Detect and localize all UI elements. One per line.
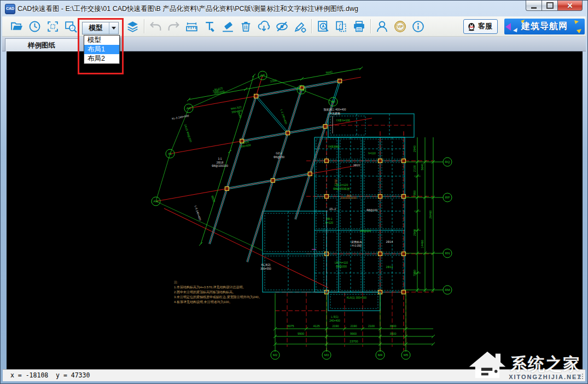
cloud-download-icon — [257, 20, 271, 33]
qq-icon — [467, 21, 476, 31]
find-text-button[interactable] — [314, 18, 332, 35]
layers-icon — [126, 20, 139, 33]
svg-text:KL-3 240×500: KL-3 240×500 — [172, 114, 189, 120]
svg-text:M2: M2 — [273, 353, 278, 357]
info-icon — [411, 20, 425, 33]
svg-text:1.本层结构标高为H+3.570,详见结构设计总说明。: 1.本层结构标高为H+3.570,详见结构设计总说明。 — [174, 285, 246, 289]
svg-text:9900: 9900 — [298, 332, 304, 335]
svg-text:VIP: VIP — [397, 25, 403, 28]
cursor-coordinates: x = -18108 y = 47330 — [10, 370, 90, 381]
fit-view-button[interactable] — [44, 18, 62, 35]
svg-text:L-9(1): L-9(1) — [331, 315, 339, 318]
user-icon — [375, 20, 389, 33]
pen-gear-icon — [293, 20, 307, 33]
svg-text:240×400: 240×400 — [329, 319, 340, 322]
zoom-box-icon — [64, 20, 78, 33]
ruler-icon — [185, 20, 199, 33]
compare-button[interactable] — [332, 18, 350, 35]
svg-text:3Φ20: 3Φ20 — [353, 164, 360, 167]
close-button[interactable]: ✕ — [557, 1, 583, 11]
vip-button[interactable]: VIP — [391, 18, 409, 35]
delete-button[interactable] — [237, 18, 255, 35]
hide-button[interactable] — [273, 18, 291, 35]
cloud-download-button[interactable] — [255, 18, 273, 35]
pages-icon — [334, 20, 348, 33]
svg-text:26460: 26460 — [429, 210, 432, 218]
svg-text:2Φ14: 2Φ14 — [386, 240, 393, 243]
svg-text:7950: 7950 — [413, 190, 416, 197]
print-button[interactable] — [350, 18, 368, 35]
layers-button[interactable] — [124, 18, 142, 35]
find-text-icon — [316, 20, 330, 33]
undo-icon — [149, 20, 162, 33]
svg-text:AQ: AQ — [299, 88, 304, 91]
svg-text:1-1: 1-1 — [218, 157, 222, 160]
watermark-subtitle: XITONGZHIJIA.NET — [509, 374, 582, 380]
drawing-canvas[interactable]: RQRPRNRM29402100795029407950564014460264… — [7, 51, 583, 371]
svg-text:注:: 注: — [174, 280, 178, 284]
svg-text:YKB3662: YKB3662 — [328, 145, 339, 148]
svg-text:详见建施: 详见建施 — [329, 112, 340, 115]
svg-text:450: 450 — [347, 194, 352, 197]
svg-text:AP: AP — [260, 73, 265, 77]
undo-button — [147, 18, 165, 35]
measure-button[interactable] — [183, 18, 201, 35]
building-nav-banner-button[interactable]: 建筑导航网 — [504, 19, 585, 34]
svg-text:RQ: RQ — [445, 160, 450, 164]
redo-button — [165, 18, 183, 35]
svg-text:Φ8@200: Φ8@200 — [336, 265, 347, 268]
svg-text:2190: 2190 — [350, 324, 357, 328]
title-bar: CAD CAD快速看图 - E:\工作交接\01 CAD快速看图\B 产品化资料… — [1, 1, 587, 16]
svg-text:2100: 2100 — [413, 165, 416, 172]
customer-service-button[interactable]: 客服 — [463, 19, 498, 34]
trash-icon — [239, 20, 253, 33]
svg-text:XB-1: XB-1 — [326, 217, 332, 220]
customer-service-label: 客服 — [478, 21, 492, 31]
svg-text:Φ8@150双层: Φ8@150双层 — [333, 187, 350, 190]
svg-text:3300: 3300 — [270, 79, 277, 83]
svg-text:AR: AR — [331, 100, 336, 103]
svg-text:KL6(1) 300×500: KL6(1) 300×500 — [347, 296, 366, 299]
maximize-button[interactable] — [542, 1, 557, 11]
erase-button[interactable] — [219, 18, 237, 35]
tab-sample-drawing[interactable]: 样例图纸 — [5, 38, 78, 51]
svg-text:M4: M4 — [378, 353, 383, 357]
annotation-highlight-box — [78, 18, 124, 74]
minimize-button[interactable] — [526, 1, 542, 11]
open-button[interactable] — [8, 18, 26, 35]
svg-text:M5: M5 — [404, 353, 409, 357]
folder-open-icon — [10, 20, 24, 33]
account-button[interactable] — [373, 18, 391, 35]
annotation-settings-button[interactable] — [291, 18, 309, 35]
building-nav-banner-label: 建筑导航网 — [521, 21, 568, 32]
svg-text:L-5 240×400: L-5 240×400 — [194, 205, 202, 221]
window-controls: ✕ — [526, 1, 583, 11]
svg-text:2Φ18: 2Φ18 — [217, 161, 224, 164]
svg-text:Φ8@200: Φ8@200 — [360, 229, 371, 232]
redo-icon — [167, 20, 181, 33]
svg-text:5640: 5640 — [421, 164, 424, 170]
text-annotate-button[interactable] — [201, 18, 219, 35]
svg-text:3900: 3900 — [389, 324, 396, 328]
svg-text:H-0.050: H-0.050 — [352, 244, 362, 247]
svg-text:3900: 3900 — [389, 332, 396, 335]
watermark-title: 系统之家 — [510, 356, 580, 373]
recent-button[interactable] — [26, 18, 44, 35]
cad-drawing[interactable]: RQRPRNRM29402100795029407950564014460264… — [7, 51, 583, 371]
svg-text:2100: 2100 — [368, 324, 375, 328]
svg-text:LB2 h=110: LB2 h=110 — [335, 261, 348, 264]
about-button[interactable] — [409, 18, 427, 35]
svg-text:9900: 9900 — [350, 332, 357, 335]
svg-text:RM: RM — [445, 288, 450, 292]
svg-text:KL-8(2): KL-8(2) — [261, 263, 271, 266]
svg-text:Φ8@100/200: Φ8@100/200 — [212, 164, 228, 167]
text-icon — [203, 20, 217, 33]
watermark: 系统之家 XITONGZHIJIA.NET — [467, 347, 582, 380]
svg-text:L-1 240×400: L-1 240×400 — [280, 109, 288, 125]
svg-text:Φ8@100: Φ8@100 — [366, 208, 377, 212]
svg-text:YXB h=100: YXB h=100 — [336, 119, 350, 122]
toolbar-separator — [142, 19, 147, 33]
svg-text:7950: 7950 — [413, 270, 416, 276]
fit-extents-icon — [46, 20, 60, 33]
app-icon: CAD — [5, 4, 15, 14]
